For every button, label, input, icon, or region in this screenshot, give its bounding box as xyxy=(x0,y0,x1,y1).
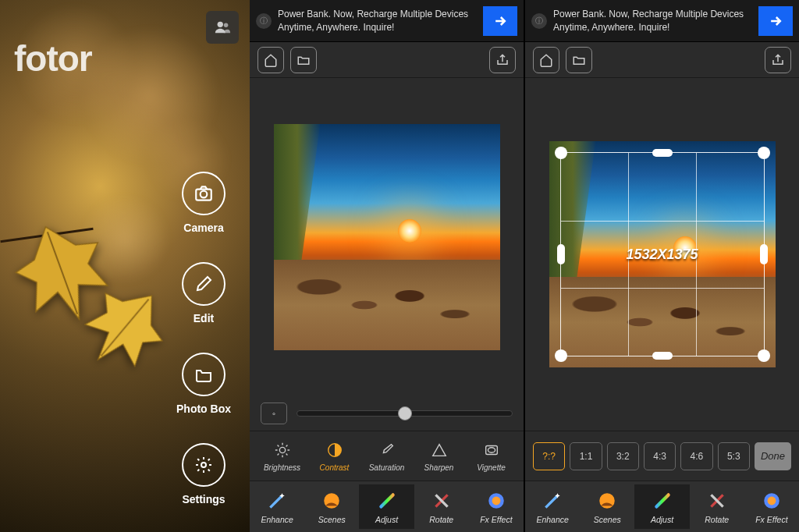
settings-menu-item[interactable]: Settings xyxy=(182,443,225,505)
tool-label: Scenes xyxy=(304,515,359,524)
contrast-slider[interactable] xyxy=(297,410,513,417)
enhance-tool[interactable]: Enhance xyxy=(525,484,580,529)
brightness-tool[interactable]: Brightness xyxy=(256,440,308,472)
menu-label: Photo Box xyxy=(176,403,231,415)
home-button[interactable] xyxy=(257,47,284,73)
fx-icon xyxy=(469,489,524,512)
svg-point-2 xyxy=(218,22,223,27)
info-icon: ⓘ xyxy=(535,16,543,27)
svg-point-13 xyxy=(492,497,500,505)
sharpen-tool[interactable]: Sharpen xyxy=(413,440,465,472)
ad-banner: ⓘ Power Bank. Now, Recharge Multiple Dev… xyxy=(525,0,799,42)
ratio-1-1-button[interactable]: 1:1 xyxy=(570,442,602,470)
folder-icon xyxy=(182,353,225,396)
folder-open-icon xyxy=(297,53,311,67)
menu-label: Settings xyxy=(182,493,225,505)
adjust-tool[interactable]: Adjust xyxy=(634,484,689,529)
user-account-button[interactable] xyxy=(206,11,239,44)
ratio-5-3-button[interactable]: 5:3 xyxy=(718,442,750,470)
crop-panel: ⓘ Power Bank. Now, Recharge Multiple Dev… xyxy=(525,0,799,532)
ratio-3-2-button[interactable]: 3:2 xyxy=(607,442,639,470)
edit-icon xyxy=(182,262,225,306)
share-icon xyxy=(771,53,785,67)
triangle-icon xyxy=(413,440,465,460)
ad-text: Power Bank. Now, Recharge Multiple Devic… xyxy=(278,8,483,33)
crop-handle-tl[interactable] xyxy=(555,147,567,159)
svg-point-10 xyxy=(488,448,495,452)
preview-image[interactable] xyxy=(274,124,500,350)
tool-label: Adjust xyxy=(359,515,414,524)
slider-thumb[interactable] xyxy=(398,406,412,420)
rotate-icon xyxy=(690,489,744,512)
camera-icon xyxy=(182,172,225,215)
vignette-tool[interactable]: Vignette xyxy=(465,440,517,472)
svg-point-11 xyxy=(325,493,340,509)
crop-handle-right[interactable] xyxy=(760,244,768,264)
done-button[interactable]: Done xyxy=(755,442,791,470)
folder-open-icon xyxy=(572,53,586,67)
crop-handle-br[interactable] xyxy=(758,349,770,362)
scenes-tool[interactable]: Scenes xyxy=(304,484,359,529)
photobox-menu-item[interactable]: Photo Box xyxy=(176,353,231,415)
ratio-4-6-button[interactable]: 4:6 xyxy=(680,442,712,470)
ratio-4-3-button[interactable]: 4:3 xyxy=(644,442,676,470)
svg-point-14 xyxy=(600,493,616,509)
tool-label: Sharpen xyxy=(413,463,465,472)
arrow-right-icon xyxy=(768,13,783,29)
main-menu: Camera Edit Photo Box Settings xyxy=(176,172,231,505)
ad-cta-button[interactable] xyxy=(483,6,517,36)
app-logo: fotor xyxy=(14,37,92,80)
fx-tool[interactable]: Fx Effect xyxy=(469,484,524,529)
gear-icon xyxy=(182,443,225,487)
info-icon: ⓘ xyxy=(260,16,268,27)
wand-icon xyxy=(250,489,304,512)
rotate-tool[interactable]: Rotate xyxy=(690,484,744,529)
open-button[interactable] xyxy=(290,47,317,73)
adjust-tool[interactable]: Adjust xyxy=(359,484,414,529)
crop-handle-bottom[interactable] xyxy=(652,352,673,360)
contrast-tool[interactable]: Contrast xyxy=(308,440,360,472)
tool-label: Fx Effect xyxy=(469,515,524,524)
adjust-tools-row: Brightness Contrast Saturation Sharpen V… xyxy=(250,431,524,481)
scenes-tool[interactable]: Scenes xyxy=(580,484,634,529)
crop-handle-left[interactable] xyxy=(557,244,565,264)
enhance-tool[interactable]: Enhance xyxy=(250,484,304,529)
fx-tool[interactable]: Fx Effect xyxy=(744,484,799,529)
crop-frame[interactable]: 1532X1375 xyxy=(560,152,765,356)
crop-preview-image[interactable]: 1532X1375 xyxy=(549,141,776,367)
ad-cta-button[interactable] xyxy=(758,6,793,36)
menu-label: Edit xyxy=(182,312,225,325)
tool-label: Rotate xyxy=(690,515,744,524)
svg-point-6 xyxy=(201,463,206,467)
canvas-area xyxy=(250,78,524,396)
ad-close-button[interactable]: ⓘ xyxy=(531,13,547,29)
tool-label: Rotate xyxy=(414,515,469,524)
tool-label: Adjust xyxy=(634,515,689,524)
compare-button[interactable]: ◦ xyxy=(261,403,287,424)
saturation-tool[interactable]: Saturation xyxy=(360,440,413,472)
crop-handle-tr[interactable] xyxy=(758,147,770,159)
crop-handle-top[interactable] xyxy=(652,149,673,157)
tool-label: Vignette xyxy=(465,463,517,472)
crop-handle-bl[interactable] xyxy=(555,349,567,362)
menu-label: Camera xyxy=(182,222,225,234)
ad-close-button[interactable]: ⓘ xyxy=(256,13,272,29)
share-button[interactable] xyxy=(489,47,516,73)
home-button[interactable] xyxy=(533,47,559,73)
tool-label: Scenes xyxy=(580,515,634,524)
ad-banner: ⓘ Power Bank. Now, Recharge Multiple Dev… xyxy=(250,0,524,42)
scenes-icon xyxy=(580,489,634,512)
dropper-icon xyxy=(360,440,413,460)
crop-size-label: 1532X1375 xyxy=(626,246,698,263)
edit-menu-item[interactable]: Edit xyxy=(182,262,225,325)
share-button[interactable] xyxy=(765,47,791,73)
tool-label: Enhance xyxy=(250,515,304,524)
tool-label: Saturation xyxy=(360,463,413,472)
ratio-free-button[interactable]: ?:? xyxy=(533,442,565,470)
tool-label: Fx Effect xyxy=(744,515,799,524)
camera-menu-item[interactable]: Camera xyxy=(182,172,225,234)
open-button[interactable] xyxy=(566,47,592,73)
canvas-area: 1532X1375 xyxy=(525,78,799,431)
rotate-icon xyxy=(414,489,469,512)
rotate-tool[interactable]: Rotate xyxy=(414,484,469,529)
